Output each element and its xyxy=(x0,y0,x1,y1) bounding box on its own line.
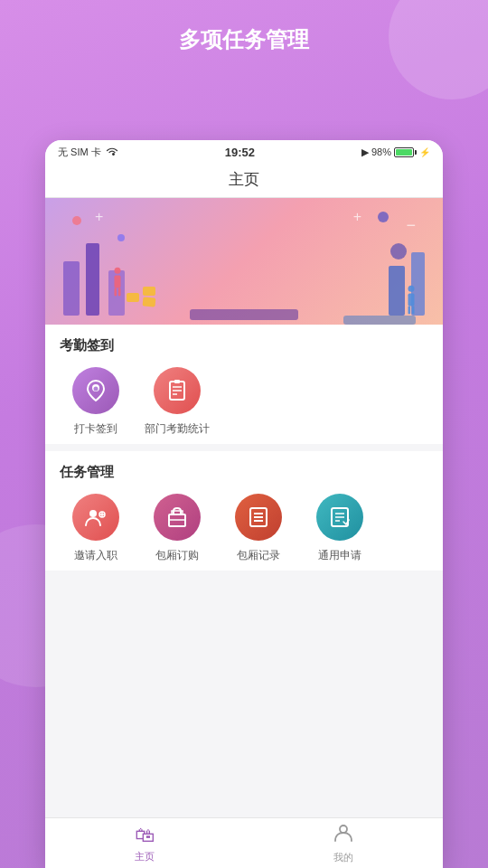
svg-rect-3 xyxy=(118,288,121,297)
checkin-label: 打卡签到 xyxy=(74,421,117,437)
hero-decor: + + − xyxy=(45,198,443,325)
svg-rect-14 xyxy=(174,380,180,383)
yellow-box-3 xyxy=(143,297,156,307)
svg-rect-6 xyxy=(408,307,411,315)
svg-rect-2 xyxy=(115,288,117,297)
content-area: 考勤签到 打卡签到 xyxy=(45,325,443,571)
bg-decor-circle-top xyxy=(389,0,488,99)
nav-bar: 主页 xyxy=(45,164,443,198)
figure-2 xyxy=(402,284,420,316)
status-right: ▶ 98% ⚡ xyxy=(361,146,430,158)
task-section: 任务管理 邀请入职 xyxy=(45,451,443,571)
attendance-title: 考勤签到 xyxy=(60,337,428,354)
building-1 xyxy=(63,261,80,316)
package-records-icon-circle xyxy=(235,494,282,541)
svg-rect-7 xyxy=(412,307,415,315)
yellow-box-2 xyxy=(143,287,155,296)
float-dot-3 xyxy=(378,212,389,222)
yellow-box-1 xyxy=(127,293,139,302)
general-apply-item[interactable]: 通用申请 xyxy=(304,494,376,563)
float-dot-1 xyxy=(72,216,81,225)
phone-frame: 无 SIM 卡 19:52 ▶ 98% ⚡ 主页 xyxy=(45,140,443,868)
tab-mine-icon xyxy=(333,823,353,848)
invite-label: 邀请入职 xyxy=(74,548,117,563)
checkin-icon-circle xyxy=(72,367,119,414)
figure-1 xyxy=(108,266,127,297)
general-apply-icon-circle xyxy=(316,494,363,541)
minus-icon: − xyxy=(406,216,416,235)
invite-icon-circle xyxy=(72,494,119,541)
package-records-label: 包厢记录 xyxy=(237,548,280,563)
status-left: 无 SIM 卡 xyxy=(58,146,118,159)
svg-point-4 xyxy=(408,286,415,292)
platform-main xyxy=(190,309,298,320)
battery-icon xyxy=(394,147,417,157)
svg-point-30 xyxy=(340,826,347,833)
package-buy-icon-circle xyxy=(154,494,201,541)
platform-secondary xyxy=(343,316,416,325)
attendance-section: 考勤签到 打卡签到 xyxy=(45,325,443,444)
dept-stats-label: 部门考勤统计 xyxy=(145,421,210,437)
svg-point-9 xyxy=(94,387,99,392)
nav-title: 主页 xyxy=(229,171,259,188)
tab-bar: 🛍 主页 我的 xyxy=(45,817,443,868)
building-2 xyxy=(86,243,99,316)
carrier-text: 无 SIM 卡 xyxy=(58,146,101,159)
svg-point-15 xyxy=(89,510,97,517)
package-records-item[interactable]: 包厢记录 xyxy=(222,494,295,563)
checkin-item[interactable]: 打卡签到 xyxy=(60,367,132,437)
section-divider xyxy=(45,444,443,451)
invite-item[interactable]: 邀请入职 xyxy=(60,494,132,563)
app-title: 多项任务管理 xyxy=(179,27,309,52)
hero-banner: + + − xyxy=(45,198,443,325)
svg-rect-1 xyxy=(115,276,121,288)
plus-icon-1: + xyxy=(95,209,103,225)
charging-icon: ⚡ xyxy=(419,147,430,157)
float-dot-4 xyxy=(390,243,407,259)
task-grid: 邀请入职 包厢订购 xyxy=(60,494,428,563)
float-dot-2 xyxy=(117,234,125,241)
task-title: 任务管理 xyxy=(60,464,428,481)
tab-mine-label: 我的 xyxy=(333,851,353,864)
dept-stats-icon-circle xyxy=(154,367,201,414)
attendance-grid: 打卡签到 部门考勤统计 xyxy=(60,367,428,437)
package-buy-label: 包厢订购 xyxy=(155,548,199,563)
tab-mine[interactable]: 我的 xyxy=(244,818,443,868)
general-apply-label: 通用申请 xyxy=(318,548,361,563)
tab-home[interactable]: 🛍 主页 xyxy=(45,818,244,868)
status-bar: 无 SIM 卡 19:52 ▶ 98% ⚡ xyxy=(45,140,443,164)
status-time: 19:52 xyxy=(225,146,255,159)
package-buy-item[interactable]: 包厢订购 xyxy=(141,494,213,563)
tab-home-label: 主页 xyxy=(135,850,155,863)
svg-point-0 xyxy=(115,268,121,274)
svg-rect-5 xyxy=(408,294,415,307)
battery-percent: 98% xyxy=(371,146,391,157)
plus-icon-2: + xyxy=(353,209,361,225)
tab-home-icon: 🛍 xyxy=(135,824,155,847)
wifi-icon xyxy=(106,146,118,158)
dept-stats-item[interactable]: 部门考勤统计 xyxy=(141,367,213,437)
location-icon: ▶ xyxy=(361,146,369,158)
